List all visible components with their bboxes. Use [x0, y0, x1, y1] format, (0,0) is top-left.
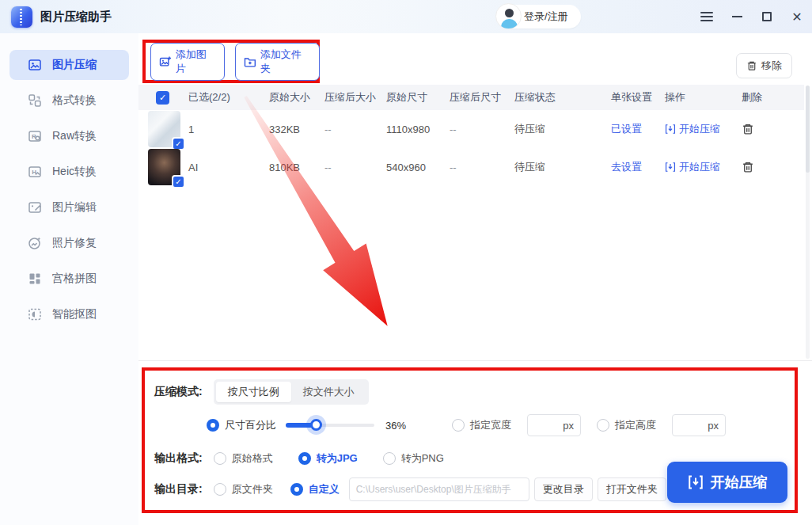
tab-by-file-size[interactable]: 按文件大小	[291, 382, 366, 402]
trash-icon	[742, 123, 754, 135]
photo-repair-icon	[27, 235, 43, 251]
row-thumbnail[interactable]: ✓	[148, 149, 180, 185]
avatar	[495, 3, 522, 29]
row-setting-link[interactable]: 去设置	[611, 160, 665, 174]
raw-convert-icon: R	[27, 128, 43, 144]
row-name: 1	[188, 124, 269, 135]
sidebar-item-photo-repair[interactable]: 照片修复	[9, 228, 129, 258]
scrollbar[interactable]	[806, 86, 810, 359]
radio-to-png[interactable]	[383, 452, 396, 465]
custom-dir-label: 自定义	[309, 482, 340, 496]
titlebar: 图片压缩助手 登录/注册 ✕	[0, 0, 812, 33]
radio-original-folder[interactable]	[214, 483, 226, 496]
remove-button[interactable]: 移除	[736, 53, 792, 78]
px-suffix: px	[708, 420, 719, 432]
table-header: ✓ 已选(2/2) 原始大小 压缩后大小 原始尺寸 压缩后尺寸 压缩状态 单张设…	[138, 85, 804, 110]
radio-to-jpg[interactable]	[298, 452, 311, 465]
header-compressed-dim: 压缩后尺寸	[450, 90, 514, 105]
sidebar: 图片压缩 格式转换 R Raw转换 H Heic转换 图片编辑 照片修复 宫格拼…	[0, 33, 138, 525]
compress-icon	[665, 124, 676, 135]
sidebar-item-image-compress[interactable]: 图片压缩	[9, 50, 129, 80]
sidebar-item-format-convert[interactable]: 格式转换	[9, 86, 129, 116]
format-convert-icon	[27, 93, 43, 108]
row-compressed-size: --	[324, 124, 386, 135]
header-setting: 单张设置	[611, 90, 665, 105]
to-jpg-label: 转为JPG	[317, 451, 358, 466]
row-status: 待压缩	[514, 122, 611, 136]
start-compress-button[interactable]: 开始压缩	[667, 462, 787, 503]
compress-mode-label: 压缩模式:	[154, 385, 203, 399]
header-original-dim: 原始尺寸	[386, 90, 450, 105]
menu-icon[interactable]	[692, 0, 722, 33]
radio-fixed-height[interactable]	[597, 419, 609, 432]
grid-collage-icon	[27, 271, 43, 287]
width-input[interactable]: px	[527, 414, 581, 436]
row-original-dim: 1110x980	[386, 124, 450, 135]
slider-handle[interactable]	[310, 419, 322, 431]
output-dir-label: 输出目录:	[154, 482, 203, 496]
radio-size-percent[interactable]	[207, 419, 219, 432]
sidebar-item-heic-convert[interactable]: H Heic转换	[9, 157, 129, 187]
original-format-label: 原始格式	[232, 451, 273, 466]
row-setting-link[interactable]: 已设置	[611, 122, 665, 136]
app-title: 图片压缩助手	[40, 10, 112, 25]
trash-icon	[746, 60, 757, 71]
to-png-label: 转为PNG	[401, 451, 444, 466]
login-button[interactable]: 登录/注册	[497, 5, 581, 29]
table-row: ✓ 1 332KB -- 1110x980 -- 待压缩 已设置 开始压缩	[138, 110, 804, 148]
sidebar-item-raw-convert[interactable]: R Raw转换	[9, 121, 129, 151]
row-thumbnail[interactable]: ✓	[148, 111, 180, 147]
app-logo-icon	[11, 6, 32, 28]
table-row: ✓ AI 810KB -- 540x960 -- 待压缩 去设置 开始压缩	[138, 148, 804, 186]
tab-by-size-ratio[interactable]: 按尺寸比例	[216, 382, 291, 402]
header-selected: 已选(2/2)	[188, 90, 269, 105]
change-dir-button[interactable]: 更改目录	[534, 477, 593, 501]
output-format-label: 输出格式:	[154, 451, 203, 466]
radio-fixed-width[interactable]	[452, 419, 465, 432]
divider	[138, 360, 812, 361]
percent-value: 36%	[385, 420, 417, 432]
sidebar-item-grid-collage[interactable]: 宫格拼图	[9, 264, 129, 294]
close-button[interactable]: ✕	[782, 0, 812, 33]
add-folder-button[interactable]: 添加文件夹	[235, 43, 320, 81]
add-folder-icon	[244, 55, 256, 68]
header-status: 压缩状态	[514, 90, 611, 105]
row-delete-button[interactable]	[742, 123, 795, 135]
row-original-dim: 540x960	[386, 162, 450, 173]
original-folder-label: 原文件夹	[232, 482, 273, 496]
open-folder-button[interactable]: 打开文件夹	[598, 477, 666, 501]
row-start-compress-link[interactable]: 开始压缩	[665, 122, 742, 136]
header-original-size: 原始大小	[269, 90, 324, 105]
smart-cutout-icon	[27, 306, 43, 322]
header-action: 操作	[665, 90, 742, 105]
compress-icon	[688, 474, 704, 490]
sidebar-item-image-edit[interactable]: 图片编辑	[9, 192, 129, 223]
minimize-button[interactable]	[722, 0, 752, 33]
main-area: 添加图片 添加文件夹 移除 ✓ 已选(2/2) 原始大小 压缩后大小 原始尺寸 …	[138, 33, 812, 525]
image-edit-icon	[27, 200, 43, 215]
settings-panel: 压缩模式: 按尺寸比例 按文件大小 尺寸百分比 36% 指定宽度 px	[142, 367, 798, 513]
header-compressed-size: 压缩后大小	[324, 90, 386, 105]
row-original-size: 810KB	[269, 162, 324, 173]
height-input[interactable]: px	[672, 414, 726, 436]
percent-slider[interactable]	[286, 420, 374, 431]
output-path-input[interactable]: C:\Users\user\Desktop\图片压缩助手	[349, 477, 529, 501]
radio-original-format[interactable]	[214, 452, 226, 465]
fixed-height-label: 指定高度	[615, 418, 656, 432]
px-suffix: px	[563, 420, 574, 432]
add-image-button[interactable]: 添加图片	[150, 43, 225, 81]
select-all-checkbox[interactable]: ✓	[156, 91, 169, 105]
maximize-button[interactable]	[752, 0, 782, 33]
image-compress-icon	[27, 57, 43, 73]
row-compressed-dim: --	[450, 124, 514, 135]
radio-custom-dir[interactable]	[290, 483, 303, 496]
row-start-compress-link[interactable]: 开始压缩	[665, 160, 742, 174]
heic-convert-icon: H	[27, 164, 43, 180]
row-compressed-size: --	[324, 162, 386, 173]
row-checkbox[interactable]: ✓	[172, 175, 185, 188]
row-name: AI	[188, 162, 269, 173]
sidebar-item-smart-cutout[interactable]: 智能抠图	[9, 299, 129, 329]
row-delete-button[interactable]	[742, 161, 795, 173]
fixed-width-label: 指定宽度	[470, 418, 511, 432]
row-status: 待压缩	[514, 160, 611, 174]
